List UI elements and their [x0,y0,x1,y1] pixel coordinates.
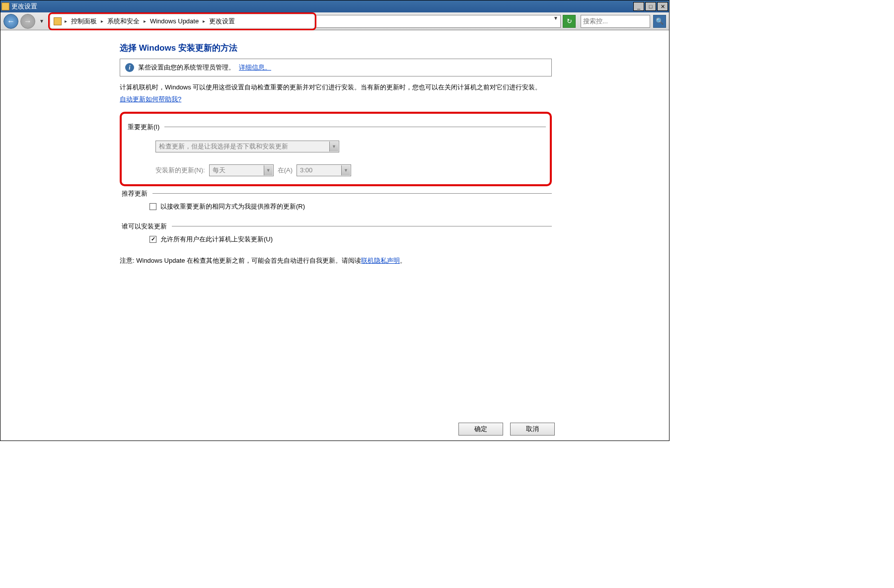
address-dropdown[interactable]: ▼ [553,15,558,21]
recommended-checkbox-label: 以接收重要更新的相同方式为我提供推荐的更新(R) [160,202,305,211]
window-title: 更改设置 [11,2,632,11]
important-group-label: 重要更新(I) [126,123,161,132]
info-banner: i 某些设置由您的系统管理员管理。 详细信息。 [120,59,552,76]
frequency-combo[interactable]: 每天 ▼ [209,164,274,176]
breadcrumb-item[interactable]: Windows Update [149,17,200,25]
update-mode-value: 检查更新，但是让我选择是否下载和安装更新 [159,142,288,151]
update-mode-combo[interactable]: 检查更新，但是让我选择是否下载和安装更新 ▼ [155,141,339,152]
allow-all-users-label: 允许所有用户在此计算机上安装更新(U) [160,235,273,244]
important-updates-group: 重要更新(I) 检查更新，但是让我选择是否下载和安装更新 ▼ 安装新的更新(N)… [120,112,552,186]
chevron-down-icon: ▼ [341,165,350,175]
breadcrumb-item[interactable]: 更改设置 [208,17,236,26]
help-link[interactable]: 自动更新如何帮助我? [120,95,181,103]
titlebar: 更改设置 _ □ ✕ [0,0,669,12]
maximize-button[interactable]: □ [645,2,656,11]
info-icon: i [125,63,134,72]
time-value: 3:00 [300,166,312,174]
search-input[interactable] [583,17,633,25]
frequency-value: 每天 [213,166,225,175]
ok-button[interactable]: 确定 [458,423,503,436]
chevron-down-icon: ▼ [264,165,273,175]
forward-button[interactable]: → [20,14,35,29]
recommended-checkbox[interactable] [149,203,156,210]
banner-text: 某些设置由您的系统管理员管理。 [138,63,235,72]
breadcrumb-item[interactable]: 系统和安全 [106,17,141,26]
back-button[interactable]: ← [3,14,18,29]
time-combo[interactable]: 3:00 ▼ [297,164,351,176]
who-can-install-group: 谁可以安装更新 允许所有用户在此计算机上安装更新(U) [120,222,552,244]
location-icon [54,17,62,25]
refresh-button[interactable]: ↻ [563,15,576,28]
navbar: ← → ▼ ▸ 控制面板 ▸ 系统和安全 ▸ Windows Update ▸ … [0,12,669,30]
description-text: 计算机联机时，Windows 可以使用这些设置自动检查重要的更新并对它们进行安装… [120,82,552,93]
recommended-group-label: 推荐更新 [120,189,149,198]
note-text: 注意: Windows Update 在检查其他更新之前，可能会首先自动进行自我… [120,256,552,266]
window-icon [1,2,9,10]
at-label: 在(A) [278,166,293,175]
search-box[interactable] [581,15,650,28]
close-button[interactable]: ✕ [657,2,668,11]
breadcrumb-item[interactable]: 控制面板 [70,17,98,26]
cancel-button[interactable]: 取消 [510,423,555,436]
search-button[interactable]: 🔍 [653,15,666,28]
allow-all-users-checkbox[interactable] [149,236,156,243]
who-group-label: 谁可以安装更新 [120,222,169,231]
minimize-button[interactable]: _ [633,2,644,11]
recommended-updates-group: 推荐更新 以接收重要更新的相同方式为我提供推荐的更新(R) [120,189,552,211]
banner-detail-link[interactable]: 详细信息。 [239,63,271,72]
chevron-down-icon: ▼ [329,142,338,151]
breadcrumb-bar[interactable]: ▸ 控制面板 ▸ 系统和安全 ▸ Windows Update ▸ 更改设置 [51,15,314,28]
privacy-link[interactable]: 联机隐私声明 [361,257,400,264]
install-schedule-label: 安装新的更新(N): [155,166,205,175]
history-dropdown[interactable]: ▼ [37,18,46,24]
page-title: 选择 Windows 安装更新的方法 [120,42,552,54]
